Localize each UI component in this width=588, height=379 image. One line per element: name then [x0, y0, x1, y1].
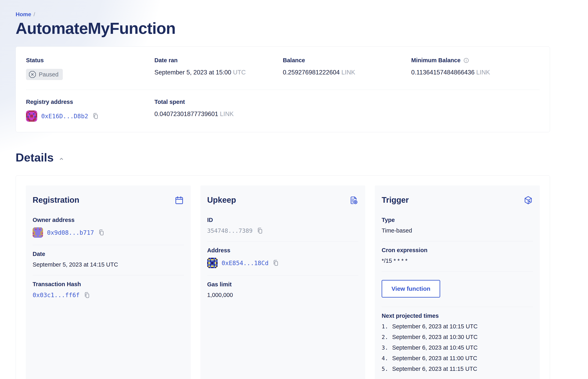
upkeep-id-label: ID [207, 217, 359, 223]
projected-time-item: 3.September 6, 2023 at 10:45 UTC [382, 344, 533, 351]
copy-icon [84, 292, 90, 299]
date-ran-value: September 5, 2023 at 15:00 [154, 69, 231, 76]
registration-card: Registration Owner address 0x9d08...b717 [26, 186, 191, 379]
upkeep-id-row: ID 354748...7389 [207, 211, 359, 241]
balance-value: 0.259276981222604 [283, 69, 340, 76]
tx-copy-button[interactable] [84, 292, 90, 299]
owner-address-link[interactable]: 0x9d08...b717 [47, 229, 94, 236]
gas-limit-label: Gas limit [207, 281, 359, 288]
calendar-icon [174, 195, 184, 206]
info-icon[interactable] [463, 58, 469, 63]
cube-icon [523, 195, 533, 206]
registration-date-label: Date [33, 251, 184, 257]
page-title: AutomateMyFunction [15, 19, 550, 38]
gas-limit-row: Gas limit 1,000,000 [207, 276, 359, 306]
trigger-type-label: Type [382, 217, 533, 223]
status-badge-text: Paused [39, 71, 58, 78]
next-projected-times-label: Next projected times [382, 313, 533, 319]
upkeep-address-identicon [207, 258, 218, 268]
breadcrumb-home-link[interactable]: Home [15, 11, 31, 18]
registry-address-field: Registry address 0xE16D...D8b2 [26, 99, 154, 122]
upkeep-address-label: Address [207, 247, 359, 254]
trigger-card-title: Trigger [382, 195, 409, 205]
details-collapse-toggle[interactable] [58, 156, 64, 162]
balance-suffix: LINK [341, 69, 355, 76]
min-balance-label: Minimum Balance [411, 57, 461, 64]
cron-expression-label: Cron expression [382, 247, 533, 253]
summary-divider [26, 90, 540, 90]
transaction-hash-label: Transaction Hash [33, 281, 184, 287]
breadcrumb-separator: / [34, 11, 35, 18]
trigger-type-row: Type Time-based [382, 211, 533, 241]
registry-copy-button[interactable] [92, 113, 99, 119]
min-balance-suffix: LINK [476, 69, 490, 76]
min-balance-field: Minimum Balance 0.11364157484866436 LINK [411, 57, 540, 80]
registration-card-title: Registration [33, 195, 79, 205]
owner-address-label: Owner address [33, 217, 184, 223]
next-projected-times-row: Next projected times 1.September 6, 2023… [382, 307, 533, 379]
copy-icon [98, 229, 105, 236]
balance-field: Balance 0.259276981222604 LINK [283, 57, 411, 80]
upkeep-id-copy-button[interactable] [256, 227, 263, 234]
cron-expression-row: Cron expression */15 * * * * [382, 241, 533, 271]
paused-octagon-x-icon [28, 70, 36, 79]
upkeep-address-link[interactable]: 0xE854...18Cd [222, 260, 269, 267]
projected-time-item: 2.September 6, 2023 at 10:30 UTC [382, 334, 533, 340]
upkeep-card-title: Upkeep [207, 195, 236, 205]
view-function-button[interactable]: View function [382, 280, 440, 298]
date-ran-suffix: UTC [233, 69, 246, 76]
registry-address-link[interactable]: 0xE16D...D8b2 [41, 113, 88, 120]
total-spent-suffix: LINK [220, 111, 234, 117]
gas-limit-value: 1,000,000 [207, 292, 359, 298]
copy-icon [272, 260, 279, 266]
projected-time-item: 4.September 6, 2023 at 11:00 UTC [382, 355, 533, 362]
registry-identicon [26, 111, 37, 122]
trigger-type-value: Time-based [382, 227, 533, 234]
details-heading-text: Details [15, 151, 54, 164]
status-field: Status Paused [26, 57, 154, 80]
cron-expression-value: */15 * * * * [382, 257, 533, 264]
document-gear-icon [349, 195, 358, 206]
upkeep-detail-page: Home / AutomateMyFunction Status Paused … [0, 0, 588, 379]
date-ran-field: Date ran September 5, 2023 at 15:00 UTC [154, 57, 283, 80]
owner-copy-button[interactable] [98, 229, 105, 236]
status-label: Status [26, 57, 154, 64]
trigger-card: Trigger Type Time-based Cron expression [375, 186, 540, 379]
details-container: Registration Owner address 0x9d08...b717 [15, 175, 550, 379]
registration-date-value: September 5, 2023 at 14:15 UTC [33, 261, 184, 268]
total-spent-value: 0.04072301877739601 [154, 111, 218, 117]
breadcrumb: Home / [15, 11, 550, 18]
upkeep-id-value: 354748...7389 [207, 227, 253, 234]
owner-identicon [33, 227, 43, 238]
upkeep-address-row: Address 0xE854...18Cd [207, 241, 359, 276]
projected-time-item: 1.September 6, 2023 at 10:15 UTC [382, 323, 533, 330]
date-ran-label: Date ran [154, 57, 283, 64]
status-badge: Paused [26, 69, 63, 80]
total-spent-label: Total spent [154, 99, 283, 105]
view-function-row: View function [382, 271, 533, 307]
copy-icon [256, 227, 263, 234]
next-projected-times-list: 1.September 6, 2023 at 10:15 UTC 2.Septe… [382, 323, 533, 372]
min-balance-value: 0.11364157484866436 [411, 69, 475, 76]
copy-icon [92, 113, 99, 119]
registration-date-row: Date September 5, 2023 at 14:15 UTC [33, 245, 184, 275]
summary-card: Status Paused Date ran September 5, 2023… [15, 47, 550, 132]
transaction-hash-link[interactable]: 0x03c1...ff6f [33, 292, 80, 299]
chevron-up-icon [58, 156, 64, 162]
projected-time-item: 5.September 6, 2023 at 11:15 UTC [382, 366, 533, 372]
upkeep-address-copy-button[interactable] [272, 260, 279, 266]
balance-label: Balance [283, 57, 411, 64]
total-spent-field: Total spent 0.04072301877739601 LINK [154, 99, 283, 122]
registry-address-label: Registry address [26, 99, 154, 105]
upkeep-card: Upkeep ID 354748...7389 [200, 186, 365, 379]
details-heading: Details [15, 151, 550, 164]
transaction-hash-row: Transaction Hash 0x03c1...ff6f [33, 275, 184, 306]
owner-address-row: Owner address 0x9d08...b717 [33, 211, 184, 245]
